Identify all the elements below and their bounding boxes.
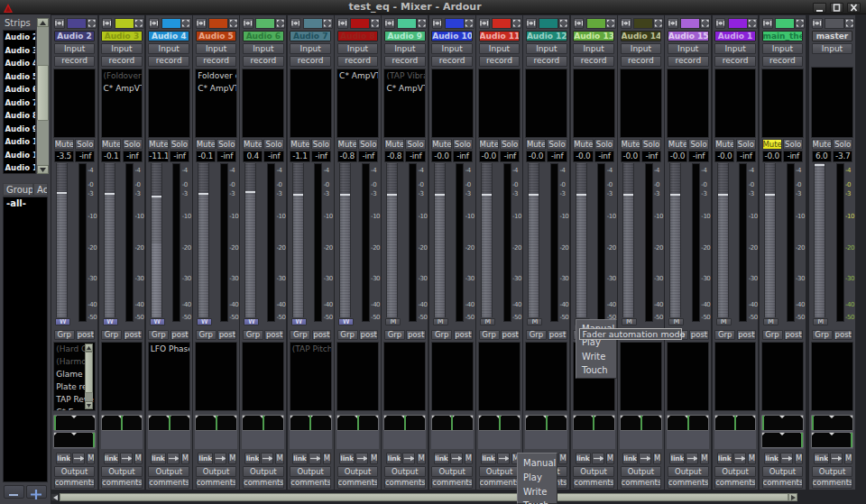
post-fader-processor-box[interactable] [101, 342, 143, 411]
sidebar-strip-item[interactable]: Audio 6 [4, 83, 35, 96]
meter-point-button[interactable]: post [264, 330, 283, 340]
peak-display[interactable]: -inf [594, 151, 614, 162]
gain-display[interactable]: -0.1 [101, 151, 121, 162]
input-button[interactable]: Input [290, 43, 331, 54]
strip-width-button[interactable] [715, 18, 726, 29]
track-name-button[interactable]: Audio 7 [290, 31, 331, 42]
sidebar-strip-item[interactable]: Audio 10 [4, 135, 35, 149]
processor-entry[interactable]: Foldover di [196, 69, 236, 82]
pan-automation-button[interactable]: M [606, 453, 614, 464]
output-button[interactable]: Output [148, 466, 189, 477]
active-column-header[interactable]: Ac [33, 183, 48, 196]
processor-entry[interactable]: (Foldover d [102, 69, 143, 82]
pan-slider[interactable] [148, 415, 190, 431]
output-button[interactable]: Output [54, 466, 96, 477]
pan-slider[interactable] [101, 415, 143, 431]
strip-width-button[interactable] [102, 18, 113, 29]
gain-display[interactable]: -0.0 [621, 151, 640, 162]
mute-button[interactable]: Mute [196, 139, 216, 150]
pan-link-direction-button[interactable] [214, 453, 226, 464]
gain-automation-button[interactable]: M [480, 318, 495, 325]
processor-entry[interactable]: C* AmpVTS [337, 69, 378, 82]
comments-button[interactable]: comments [54, 478, 96, 489]
track-name-button[interactable]: Audio 13 [573, 31, 614, 42]
group-button[interactable]: Grp [431, 330, 452, 340]
strip-width-button[interactable] [762, 18, 773, 29]
pan-link-direction-button[interactable] [733, 453, 746, 464]
solo-button[interactable]: Solo [123, 139, 143, 150]
processor-entry[interactable]: (TAP Vibra [384, 69, 425, 82]
input-button[interactable]: Input [196, 43, 237, 54]
track-name-button[interactable]: Audio 14 [621, 31, 662, 42]
pre-fader-processor-box[interactable] [148, 69, 190, 139]
pan-link-button[interactable]: link [481, 453, 496, 464]
strip-hide-button[interactable] [417, 18, 428, 29]
track-color-swatch[interactable] [67, 18, 87, 29]
strip-width-button[interactable] [243, 18, 253, 29]
mute-button[interactable]: Mute [812, 139, 832, 150]
peak-display[interactable]: -inf [641, 151, 661, 162]
gain-fader[interactable] [434, 163, 446, 317]
track-color-swatch[interactable] [445, 18, 465, 29]
sidebar-strip-item[interactable]: Audio 7 [4, 96, 35, 110]
input-button[interactable]: Input [337, 43, 379, 54]
track-color-swatch[interactable] [115, 18, 134, 29]
pan-slider[interactable] [478, 415, 521, 431]
strip-hide-button[interactable] [275, 18, 286, 29]
meter-point-button[interactable]: post [501, 330, 520, 340]
gain-display[interactable]: -0.0 [714, 151, 734, 162]
meter-point-button[interactable]: post [784, 330, 803, 340]
group-button[interactable]: Grp [479, 330, 500, 340]
gain-display[interactable]: 0.4 [243, 151, 263, 162]
input-button[interactable]: Input [812, 43, 853, 54]
mute-button[interactable]: Mute [384, 139, 404, 150]
solo-button[interactable]: Solo [216, 139, 236, 150]
input-button[interactable]: Input [148, 43, 189, 54]
strips-scrollbar-thumb[interactable] [37, 65, 50, 121]
track-name-button[interactable]: Audio 6 [243, 31, 284, 42]
pan-link-button[interactable]: link [198, 453, 213, 464]
pan-link-direction-button[interactable] [592, 453, 604, 464]
scroll-down-icon[interactable] [85, 401, 93, 409]
track-name-button[interactable]: Audio 15 [668, 31, 709, 42]
strip-width-button[interactable] [290, 18, 301, 29]
pan-link-direction-button[interactable] [497, 453, 510, 464]
solo-button[interactable]: Solo [500, 139, 520, 150]
pre-fader-processor-box[interactable] [478, 69, 521, 139]
solo-button[interactable]: Solo [405, 139, 425, 150]
track-color-swatch[interactable] [492, 18, 511, 29]
pan-slider[interactable] [195, 415, 237, 431]
pan-link-button[interactable]: link [434, 453, 449, 464]
comments-button[interactable]: comments [196, 478, 237, 489]
strip-width-button[interactable] [432, 18, 443, 29]
input-button[interactable]: Input [101, 43, 143, 54]
post-fader-processor-box[interactable] [667, 342, 709, 411]
gain-fader[interactable] [104, 163, 115, 317]
post-fader-processor-box[interactable]: (TAP Pitch [290, 342, 332, 411]
meter-point-button[interactable]: post [359, 330, 378, 340]
pre-fader-processor-box[interactable] [431, 69, 474, 139]
comments-button[interactable]: comments [621, 478, 662, 489]
strip-hide-button[interactable] [134, 18, 144, 29]
mute-button[interactable]: Mute [54, 139, 74, 150]
pan-slider[interactable] [811, 415, 853, 431]
pan-slider[interactable] [383, 415, 426, 431]
processor-entry[interactable]: LFO Phaser [149, 343, 189, 355]
menu-item-touch[interactable]: Touch [576, 363, 616, 377]
track-name-button[interactable]: Audio 9 [384, 31, 426, 42]
gain-display[interactable]: -0.0 [668, 151, 687, 162]
gain-fader[interactable] [151, 163, 162, 317]
output-button[interactable]: Output [668, 466, 709, 477]
comments-button[interactable]: comments [573, 478, 614, 489]
gain-fader[interactable] [814, 163, 825, 317]
pan-automation-button[interactable]: M [228, 453, 236, 464]
mute-button[interactable]: Mute [714, 139, 734, 150]
meter-point-button[interactable]: post [312, 330, 331, 340]
peak-display[interactable]: -inf [358, 151, 378, 162]
gain-display[interactable]: -3.5 [54, 151, 74, 162]
record-arm-button[interactable]: record [573, 56, 614, 67]
comments-button[interactable]: comments [762, 478, 804, 489]
input-button[interactable]: Input [54, 43, 96, 54]
pan-slider[interactable] [525, 415, 567, 431]
pan-link-button[interactable]: link [622, 453, 638, 464]
